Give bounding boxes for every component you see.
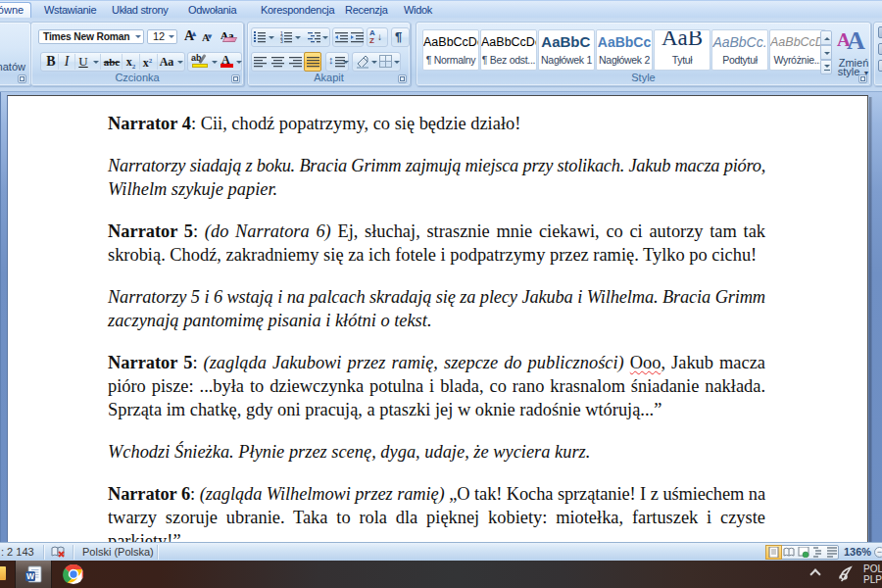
svg-text:W: W [26, 571, 35, 581]
